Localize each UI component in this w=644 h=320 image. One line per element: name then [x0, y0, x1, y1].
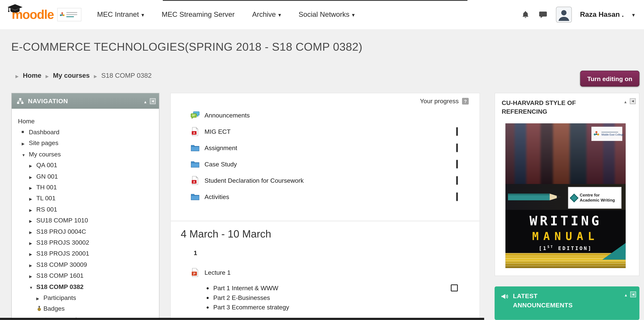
chevron-down-icon [139, 11, 144, 19]
tree-marker-icon[interactable] [29, 195, 36, 202]
chevron-right-icon [22, 139, 24, 147]
person-icon [556, 7, 571, 22]
breadcrumb-separator-icon [11, 72, 23, 79]
activity-link[interactable]: Student Declaration for Coursework [204, 177, 304, 184]
completion-checkbox-wrap [456, 177, 458, 184]
nav-tree-item[interactable]: Home [12, 115, 159, 126]
turn-editing-on-button[interactable]: Turn editing on [580, 71, 640, 86]
tree-marker-icon[interactable] [29, 250, 36, 257]
nav-tree-item[interactable]: QA 001 [12, 159, 159, 171]
sitemap-icon [17, 97, 24, 104]
nav-tree-item[interactable]: Dashboard [12, 126, 159, 138]
tree-marker-icon[interactable] [29, 228, 36, 235]
tree-marker-icon[interactable] [22, 150, 29, 157]
chevron-down-icon [22, 150, 26, 157]
nav-tree-item[interactable]: S18 COMP 0382 [12, 281, 159, 292]
completion-checkbox-wrap [456, 161, 458, 168]
notifications-bell-icon[interactable] [521, 10, 530, 19]
nav-tree-item[interactable]: My courses [12, 148, 159, 159]
nav-tree-item[interactable]: RS 001 [12, 204, 159, 215]
your-progress-label: Your progress [420, 97, 458, 104]
tree-marker-icon[interactable] [36, 305, 44, 311]
activity-row[interactable]: A P MIG ECT [171, 123, 480, 140]
nav-tree-item[interactable]: S18 PROJ 0004C [12, 226, 159, 237]
nav-tree-item[interactable]: TL 001 [12, 193, 159, 204]
tree-marker-icon[interactable] [29, 206, 36, 213]
activity-link[interactable]: Assignment [204, 144, 237, 151]
lecture-row[interactable]: P Lecture 1 [171, 265, 480, 279]
messages-icon[interactable] [538, 10, 548, 19]
menu-item[interactable]: Archive [252, 11, 281, 19]
flower-logo-icon [59, 12, 65, 18]
breadcrumb-item: S18 COMP 0382 [90, 72, 152, 79]
menu-item[interactable]: Social Networks [298, 11, 355, 19]
tree-marker-icon[interactable] [29, 261, 36, 268]
nav-tree-item[interactable]: S18 PROJS 30002 [12, 237, 159, 248]
avatar[interactable] [556, 7, 572, 23]
activity-row[interactable]: A P Case Study [171, 156, 480, 172]
tree-marker-icon[interactable] [29, 239, 36, 246]
chevron-right-icon [29, 261, 32, 268]
chevron-right-icon [36, 294, 39, 301]
activity-link[interactable]: MIG ECT [204, 128, 230, 135]
dock-block-icon[interactable] [630, 291, 636, 297]
nav-tree-item[interactable]: S18 PROJS 20001 [12, 248, 159, 259]
nav-tree-item[interactable]: TH 001 [12, 182, 159, 193]
nav-tree-item[interactable]: Site pages [12, 137, 159, 148]
lecture-part: Part 3 Ecommerce strategy [213, 302, 480, 312]
menu-item[interactable]: MEC Intranet [97, 11, 144, 19]
completion-checkbox[interactable] [451, 284, 458, 291]
chevron-down-icon [350, 11, 355, 19]
completion-checkbox[interactable] [456, 159, 458, 168]
chevron-down-icon[interactable] [632, 11, 635, 19]
nav-tree-item[interactable]: GN 001 [12, 171, 159, 182]
tree-marker-icon[interactable] [22, 131, 29, 133]
activity-link[interactable]: Activities [204, 193, 229, 200]
completion-checkbox[interactable] [456, 143, 458, 152]
caw-diamond-icon [570, 193, 578, 202]
activity-row[interactable]: A P Announcements [171, 107, 480, 123]
tree-marker-icon[interactable] [29, 272, 36, 279]
nav-tree-item[interactable]: Badges [12, 303, 159, 314]
completion-checkbox[interactable] [456, 127, 458, 136]
svg-text:P: P [193, 272, 196, 275]
caw-label: Centre for Academic Writing [580, 193, 618, 203]
chevron-right-icon [29, 239, 32, 246]
lecture-link[interactable]: Lecture 1 [204, 269, 230, 276]
tree-marker-icon[interactable] [36, 294, 44, 301]
menu-item[interactable]: MEC Streaming Server [162, 11, 235, 19]
tree-marker-icon[interactable] [29, 184, 36, 191]
chevron-down-icon [29, 283, 33, 290]
tree-marker-icon[interactable] [29, 283, 36, 290]
pdf-icon: A [190, 176, 200, 185]
nav-tree-item[interactable]: S18 COMP 30009 [12, 259, 159, 270]
nav-tree-item[interactable]: S18 COMP 1601 [12, 270, 159, 281]
help-icon[interactable] [462, 98, 469, 104]
activity-link[interactable]: Announcements [204, 112, 250, 119]
collapse-icon[interactable] [624, 290, 628, 298]
writing-manual-image[interactable]: Middle East College Centre for Academic … [506, 123, 626, 268]
dock-block-icon[interactable] [630, 98, 636, 104]
activity-link[interactable]: Case Study [204, 161, 237, 168]
completion-checkbox[interactable] [456, 176, 458, 185]
cu-harvard-block: CU-HARVARD STYLE OF REFERENCING Middle E… [495, 93, 640, 276]
chevron-right-icon [29, 250, 32, 257]
user-name[interactable]: Raza Hasan . [580, 11, 624, 19]
tree-marker-icon[interactable] [29, 173, 36, 180]
nav-tree-item[interactable]: Participants [12, 292, 159, 303]
tree-marker-icon[interactable] [29, 217, 36, 224]
moodle-logo[interactable]: moodle [9, 8, 81, 22]
completion-checkbox[interactable] [456, 192, 458, 201]
mec-logo-box: Middle East College [591, 127, 622, 141]
dock-block-icon[interactable] [150, 98, 156, 104]
activity-row[interactable]: A P Student Declaration for Coursework [171, 172, 480, 189]
activity-row[interactable]: A P Activities [171, 189, 480, 205]
tree-marker-icon[interactable] [22, 139, 29, 147]
collapse-icon[interactable] [144, 97, 148, 104]
chevron-right-icon [29, 228, 32, 235]
collapse-icon[interactable] [624, 97, 628, 105]
svg-text:A: A [193, 131, 195, 135]
nav-tree-item[interactable]: SU18 COMP 1010 [12, 215, 159, 226]
tree-marker-icon[interactable] [29, 162, 36, 169]
activity-row[interactable]: A P Assignment [171, 140, 480, 156]
